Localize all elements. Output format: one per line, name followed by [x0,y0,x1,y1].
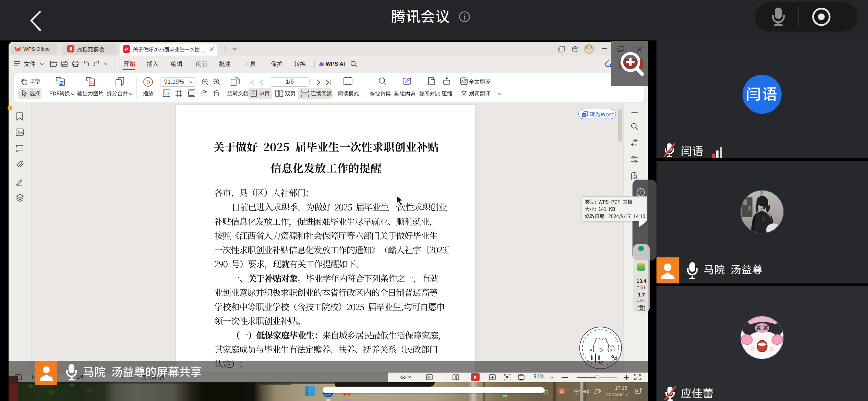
svg-text:?: ? [639,190,642,195]
svg-text:P: P [125,47,128,52]
svg-text:W: W [583,114,586,117]
svg-text:1:1: 1:1 [164,92,169,96]
svg-text:S: S [560,389,563,394]
svg-text:x: x [635,143,637,146]
svg-text:W: W [60,81,63,85]
svg-text:A: A [461,79,464,83]
svg-text:A: A [632,139,635,142]
